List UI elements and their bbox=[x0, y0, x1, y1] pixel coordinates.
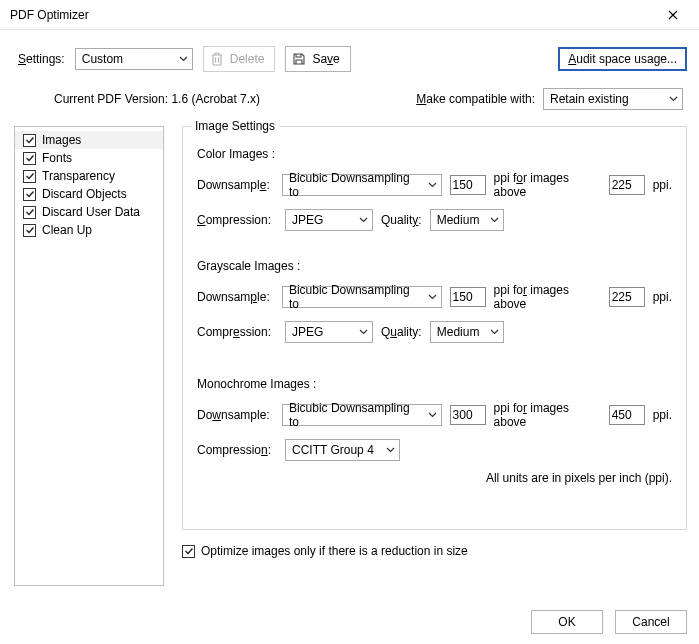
gray-quality-select[interactable]: Medium bbox=[430, 321, 504, 343]
sidebar-item-fonts[interactable]: Fonts bbox=[15, 149, 163, 167]
sidebar-item-discard-user-data[interactable]: Discard User Data bbox=[15, 203, 163, 221]
color-compression-label: Compression: bbox=[197, 213, 277, 227]
ok-button[interactable]: OK bbox=[531, 610, 603, 634]
chevron-down-icon bbox=[386, 447, 395, 453]
audit-label: Audit space usage... bbox=[568, 52, 677, 66]
chevron-down-icon bbox=[490, 217, 499, 223]
ppi-text: ppi for images above bbox=[494, 171, 601, 199]
settings-panel: Image Settings Color Images : Downsample… bbox=[182, 126, 687, 586]
titlebar: PDF Optimizer bbox=[0, 0, 699, 30]
chevron-down-icon bbox=[428, 182, 437, 188]
delete-label: Delete bbox=[230, 52, 265, 66]
cancel-button[interactable]: Cancel bbox=[615, 610, 687, 634]
category-label: Transparency bbox=[42, 169, 115, 183]
category-label: Clean Up bbox=[42, 223, 92, 237]
gray-compression-select[interactable]: JPEG bbox=[285, 321, 373, 343]
optimize-label: Optimize images only if there is a reduc… bbox=[201, 544, 468, 558]
gray-downsample-select[interactable]: Bicubic Downsampling to bbox=[282, 286, 442, 308]
category-checkbox[interactable] bbox=[23, 134, 36, 147]
trash-icon bbox=[210, 51, 224, 67]
category-label: Discard User Data bbox=[42, 205, 140, 219]
category-checkbox[interactable] bbox=[23, 224, 36, 237]
color-quality-label: Quality: bbox=[381, 213, 422, 227]
checkmark-icon bbox=[25, 135, 35, 145]
category-checkbox[interactable] bbox=[23, 170, 36, 183]
compat-select[interactable]: Retain existing bbox=[543, 88, 683, 110]
sidebar-item-transparency[interactable]: Transparency bbox=[15, 167, 163, 185]
color-above-input[interactable] bbox=[609, 175, 645, 195]
audit-button[interactable]: Audit space usage... bbox=[558, 47, 687, 71]
gray-ppi-input[interactable] bbox=[450, 287, 486, 307]
gray-quality-label: Quality: bbox=[381, 325, 422, 339]
ppi-unit: ppi. bbox=[653, 290, 672, 304]
ppi-text: ppi for images above bbox=[494, 283, 601, 311]
mono-downsample-select[interactable]: Bicubic Downsampling to bbox=[282, 404, 442, 426]
sidebar-item-images[interactable]: Images bbox=[15, 131, 163, 149]
pdf-version-label: Current PDF Version: 1.6 (Acrobat 7.x) bbox=[54, 92, 416, 106]
chevron-down-icon bbox=[179, 56, 188, 62]
color-images-title: Color Images : bbox=[197, 147, 672, 161]
settings-value: Custom bbox=[82, 52, 123, 66]
chevron-down-icon bbox=[669, 96, 678, 102]
mono-compression-select[interactable]: CCITT Group 4 bbox=[285, 439, 400, 461]
sidebar-item-clean-up[interactable]: Clean Up bbox=[15, 221, 163, 239]
category-checkbox[interactable] bbox=[23, 188, 36, 201]
chevron-down-icon bbox=[428, 294, 437, 300]
category-label: Discard Objects bbox=[42, 187, 127, 201]
ppi-text: ppi for images above bbox=[494, 401, 601, 429]
checkmark-icon bbox=[25, 207, 35, 217]
compat-value: Retain existing bbox=[550, 92, 629, 106]
save-button[interactable]: Save bbox=[285, 46, 350, 72]
checkmark-icon bbox=[184, 546, 194, 556]
ppi-unit: ppi. bbox=[653, 408, 672, 422]
color-quality-select[interactable]: Medium bbox=[430, 209, 504, 231]
compat-label: Make compatible with: bbox=[416, 92, 535, 106]
window-title: PDF Optimizer bbox=[10, 8, 89, 22]
category-label: Images bbox=[42, 133, 81, 147]
chevron-down-icon bbox=[490, 329, 499, 335]
units-note: All units are in pixels per inch (ppi). bbox=[197, 471, 672, 485]
delete-button: Delete bbox=[203, 46, 276, 72]
sidebar-item-discard-objects[interactable]: Discard Objects bbox=[15, 185, 163, 203]
checkmark-icon bbox=[25, 225, 35, 235]
chevron-down-icon bbox=[359, 329, 368, 335]
category-checkbox[interactable] bbox=[23, 206, 36, 219]
save-icon bbox=[292, 52, 306, 66]
optimize-checkbox[interactable] bbox=[182, 545, 195, 558]
chevron-down-icon bbox=[359, 217, 368, 223]
color-compression-select[interactable]: JPEG bbox=[285, 209, 373, 231]
gray-compression-label: Compression: bbox=[197, 325, 277, 339]
settings-label: Settings: bbox=[18, 52, 65, 66]
category-checkbox[interactable] bbox=[23, 152, 36, 165]
category-label: Fonts bbox=[42, 151, 72, 165]
color-downsample-label: Downsample: bbox=[197, 178, 274, 192]
category-list: ImagesFontsTransparencyDiscard ObjectsDi… bbox=[14, 126, 164, 586]
settings-select[interactable]: Custom bbox=[75, 48, 193, 70]
mono-downsample-label: Downsample: bbox=[197, 408, 274, 422]
grayscale-title: Grayscale Images : bbox=[197, 259, 672, 273]
chevron-down-icon bbox=[428, 412, 437, 418]
close-icon bbox=[668, 10, 678, 20]
ppi-unit: ppi. bbox=[653, 178, 672, 192]
checkmark-icon bbox=[25, 153, 35, 163]
mono-compression-label: Compression: bbox=[197, 443, 277, 457]
mono-title: Monochrome Images : bbox=[197, 377, 672, 391]
checkmark-icon bbox=[25, 189, 35, 199]
color-downsample-select[interactable]: Bicubic Downsampling to bbox=[282, 174, 442, 196]
color-ppi-input[interactable] bbox=[450, 175, 486, 195]
mono-ppi-input[interactable] bbox=[450, 405, 486, 425]
checkmark-icon bbox=[25, 171, 35, 181]
gray-downsample-label: Downsample: bbox=[197, 290, 274, 304]
close-button[interactable] bbox=[653, 1, 693, 29]
save-label: Save bbox=[312, 52, 339, 66]
gray-above-input[interactable] bbox=[609, 287, 645, 307]
mono-above-input[interactable] bbox=[609, 405, 645, 425]
panel-title: Image Settings bbox=[191, 119, 279, 133]
